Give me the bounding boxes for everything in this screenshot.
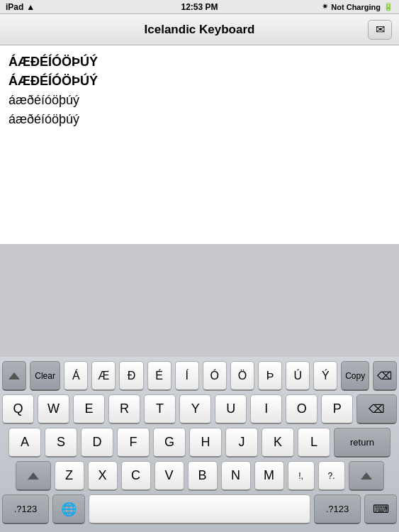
- key-Z[interactable]: Z: [55, 461, 84, 491]
- status-right: ✴ Not Charging 🔋: [322, 2, 393, 11]
- delete-key-top[interactable]: ⌫: [373, 361, 397, 391]
- key-S[interactable]: S: [45, 428, 77, 458]
- keyboard-row-zxcv: Z X C V B N M !, ?.: [2, 461, 397, 491]
- key-J[interactable]: J: [225, 428, 258, 458]
- keyboard: Clear Á Æ Ð É Í Ó Ö Þ Ú Ý: [0, 357, 399, 532]
- special-key-THORN[interactable]: Þ: [258, 361, 282, 391]
- special-key-O-acute[interactable]: Ó: [203, 361, 227, 391]
- key-B[interactable]: B: [188, 461, 218, 491]
- key-Y[interactable]: Y: [179, 394, 211, 424]
- keyboard-dismiss-key[interactable]: ⌨: [364, 494, 397, 524]
- copy-label: Copy: [345, 371, 365, 381]
- key-A[interactable]: A: [9, 428, 41, 458]
- clear-label: Clear: [35, 371, 55, 381]
- key-question-period[interactable]: ?.: [318, 461, 345, 491]
- special-key-ETH[interactable]: Ð: [119, 361, 143, 391]
- key-label: Ö: [238, 370, 247, 382]
- key-H[interactable]: H: [189, 428, 222, 458]
- key-exclaim-comma[interactable]: !,: [288, 461, 315, 491]
- shift-key-top[interactable]: [2, 361, 26, 391]
- nav-bar: Icelandic Keyboard ✉: [0, 14, 399, 45]
- text-line-2: ÁÆÐÉÍÓÖÞÚÝ: [9, 72, 390, 91]
- key-T[interactable]: T: [144, 394, 176, 424]
- key-label: Ð: [128, 370, 136, 382]
- key-O[interactable]: O: [286, 394, 317, 424]
- globe-icon: 🌐: [61, 501, 77, 517]
- special-key-I-acute[interactable]: Í: [175, 361, 199, 391]
- keyboard-row-qwerty: Q W E R T Y U I O P ⌫: [2, 394, 397, 424]
- special-key-A-acute[interactable]: Á: [64, 361, 88, 391]
- key-V[interactable]: V: [154, 461, 184, 491]
- copy-key[interactable]: Copy: [341, 361, 369, 391]
- special-key-E-acute[interactable]: É: [147, 361, 172, 391]
- key-P[interactable]: P: [321, 394, 353, 424]
- key-label: Ó: [210, 370, 219, 382]
- key-M[interactable]: M: [254, 461, 284, 491]
- num-label-right: .?123: [326, 504, 349, 514]
- key-G[interactable]: G: [153, 428, 186, 458]
- nav-title: Icelandic Keyboard: [145, 23, 255, 37]
- key-K[interactable]: K: [262, 428, 294, 458]
- keyboard-icon: ⌨: [373, 502, 389, 516]
- key-C[interactable]: C: [121, 461, 151, 491]
- special-key-AE[interactable]: Æ: [91, 361, 116, 391]
- bluetooth-icon: ✴: [322, 2, 328, 11]
- space-key[interactable]: [89, 494, 310, 524]
- key-F[interactable]: F: [117, 428, 150, 458]
- key-label: Þ: [266, 370, 274, 382]
- globe-key[interactable]: 🌐: [52, 494, 85, 524]
- num-key-right[interactable]: .?123: [314, 494, 361, 524]
- text-line-3: áæðéíóöþúý: [9, 91, 390, 110]
- key-label: Ú: [293, 370, 302, 382]
- text-line-1: ÁÆÐÉÍÓÖÞÚÝ: [9, 52, 390, 72]
- key-N[interactable]: N: [221, 461, 251, 491]
- delete-icon: ⌫: [369, 402, 385, 416]
- status-left: iPad ▲: [6, 2, 35, 12]
- shift-icon-left: [28, 470, 39, 482]
- wifi-icon: ▲: [26, 2, 35, 12]
- return-label: return: [350, 437, 374, 448]
- email-button[interactable]: ✉: [368, 20, 392, 40]
- key-label: Æ: [98, 370, 109, 382]
- return-key[interactable]: return: [334, 428, 390, 458]
- key-label: É: [155, 370, 163, 382]
- status-time: 12:53 PM: [181, 2, 218, 12]
- key-R[interactable]: R: [108, 394, 140, 424]
- text-area[interactable]: ÁÆÐÉÍÓÖÞÚÝ ÁÆÐÉÍÓÖÞÚÝ áæðéíóöþúý áæðéíóö…: [0, 45, 399, 244]
- battery-icon: 🔋: [383, 2, 393, 11]
- shift-key-right[interactable]: [349, 461, 384, 491]
- text-line-4: áæðéíóöþúý: [9, 110, 390, 129]
- not-charging-label: Not Charging: [331, 3, 381, 11]
- key-E[interactable]: E: [73, 394, 105, 424]
- delete-icon-top: ⌫: [377, 370, 392, 382]
- keyboard-row-special: Clear Á Æ Ð É Í Ó Ö Þ Ú Ý: [2, 361, 397, 391]
- clear-key[interactable]: Clear: [30, 361, 60, 391]
- special-key-O-umlaut[interactable]: Ö: [230, 361, 254, 391]
- key-Q[interactable]: Q: [2, 394, 34, 424]
- key-L[interactable]: L: [298, 428, 330, 458]
- num-label-left: .?123: [14, 504, 38, 514]
- key-label: Á: [72, 370, 80, 382]
- shift-icon: [9, 370, 20, 382]
- special-key-U-acute[interactable]: Ú: [286, 361, 310, 391]
- status-ipad-label: iPad: [6, 2, 23, 12]
- status-bar: iPad ▲ 12:53 PM ✴ Not Charging 🔋: [0, 0, 399, 14]
- delete-key[interactable]: ⌫: [356, 394, 397, 424]
- key-X[interactable]: X: [88, 461, 118, 491]
- shift-icon-right: [361, 470, 372, 482]
- key-I[interactable]: I: [250, 394, 282, 424]
- email-icon: ✉: [376, 23, 385, 36]
- special-key-Y-acute[interactable]: Ý: [313, 361, 337, 391]
- key-D[interactable]: D: [81, 428, 113, 458]
- key-W[interactable]: W: [38, 394, 69, 424]
- shift-key-left[interactable]: [16, 461, 51, 491]
- num-key-left[interactable]: .?123: [2, 494, 49, 524]
- key-U[interactable]: U: [215, 394, 247, 424]
- keyboard-row-bottom: .?123 🌐 .?123 ⌨: [2, 494, 397, 524]
- keyboard-row-asdf: A S D F G H J K L return: [2, 428, 397, 458]
- key-label: Í: [185, 370, 188, 382]
- key-label: Ý: [322, 370, 330, 382]
